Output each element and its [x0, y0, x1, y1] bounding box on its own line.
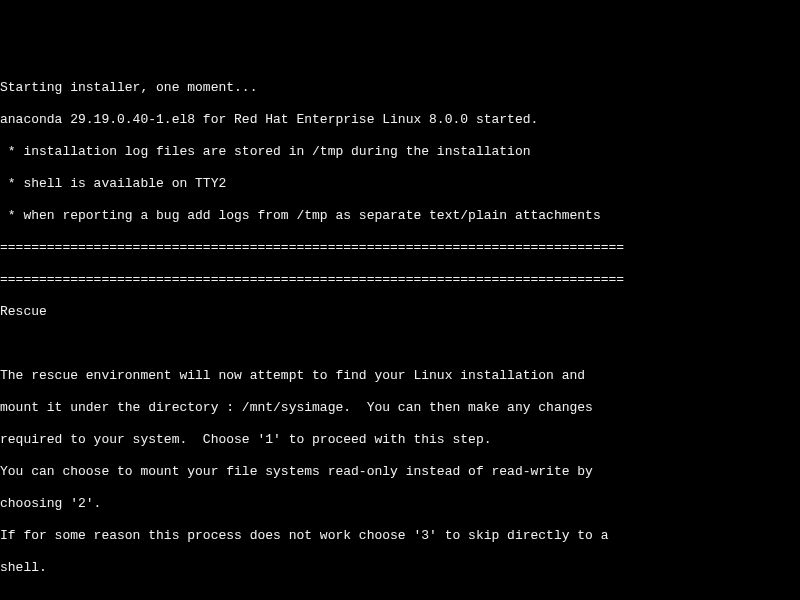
output-line: Starting installer, one moment...: [0, 80, 800, 96]
blank-line: [0, 336, 800, 352]
output-line: * shell is available on TTY2: [0, 176, 800, 192]
output-line: The rescue environment will now attempt …: [0, 368, 800, 384]
separator-line: ========================================…: [0, 240, 800, 256]
output-line: mount it under the directory : /mnt/sysi…: [0, 400, 800, 416]
output-line: If for some reason this process does not…: [0, 528, 800, 544]
output-line: * installation log files are stored in /…: [0, 144, 800, 160]
output-line: required to your system. Choose '1' to p…: [0, 432, 800, 448]
output-line: anaconda 29.19.0.40-1.el8 for Red Hat En…: [0, 112, 800, 128]
section-title: Rescue: [0, 304, 800, 320]
blank-line: [0, 592, 800, 600]
output-line: * when reporting a bug add logs from /tm…: [0, 208, 800, 224]
terminal-screen: Starting installer, one moment... anacon…: [0, 64, 800, 600]
output-line: shell.: [0, 560, 800, 576]
output-line: choosing '2'.: [0, 496, 800, 512]
separator-line: ========================================…: [0, 272, 800, 288]
output-line: You can choose to mount your file system…: [0, 464, 800, 480]
